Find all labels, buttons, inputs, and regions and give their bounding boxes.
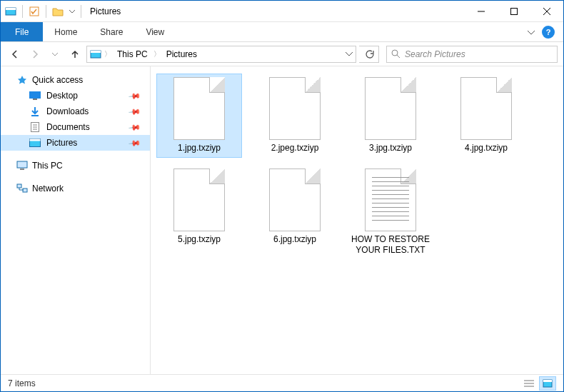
svg-rect-28 xyxy=(543,380,552,382)
this-pc-item[interactable]: This PC xyxy=(1,158,150,174)
pin-icon: 📌 xyxy=(128,121,141,134)
app-icon xyxy=(4,4,18,19)
svg-rect-1 xyxy=(6,8,16,10)
search-input[interactable] xyxy=(405,49,553,59)
help-icon[interactable]: ? xyxy=(542,26,555,39)
thumbnails-view-button[interactable] xyxy=(539,376,556,391)
svg-line-10 xyxy=(397,55,400,58)
blank-file-icon xyxy=(460,77,512,140)
recent-dropdown-icon[interactable] xyxy=(46,46,64,63)
explorer-window: Pictures File Home Share View ? 〉 This P… xyxy=(0,0,564,392)
quick-access-toolbar xyxy=(1,4,86,19)
address-dropdown-icon[interactable] xyxy=(346,51,353,58)
sidebar-item-label: Downloads xyxy=(46,106,89,116)
svg-rect-21 xyxy=(20,169,24,170)
desktop-icon xyxy=(29,90,41,101)
qat-separator xyxy=(22,5,23,18)
svg-rect-20 xyxy=(17,161,27,168)
file-item[interactable]: 2.jpeg.txziyp xyxy=(252,74,338,158)
blank-file-icon xyxy=(173,77,225,140)
back-button[interactable] xyxy=(6,46,24,63)
file-item[interactable]: 6.jpg.txziyp xyxy=(252,165,338,260)
quick-access-label: Quick access xyxy=(32,75,83,85)
qat-separator xyxy=(81,5,81,18)
tab-share[interactable]: Share xyxy=(89,22,134,41)
svg-rect-8 xyxy=(91,51,101,53)
tab-view[interactable]: View xyxy=(134,22,176,41)
maximize-button[interactable] xyxy=(498,1,530,22)
minimize-button[interactable] xyxy=(465,1,498,22)
body: Quick access Desktop📌Downloads📌Documents… xyxy=(1,66,563,374)
file-grid: 1.jpg.txziyp2.jpeg.txziyp3.jpg.txziyp4.j… xyxy=(156,74,558,260)
file-tab[interactable]: File xyxy=(1,22,43,41)
ribbon-expand-icon[interactable] xyxy=(528,29,535,36)
folder-icon[interactable] xyxy=(51,4,65,19)
network-icon xyxy=(16,183,28,194)
sidebar-item-downloads[interactable]: Downloads📌 xyxy=(1,104,150,119)
sidebar-item-desktop[interactable]: Desktop📌 xyxy=(1,88,150,104)
svg-rect-12 xyxy=(33,99,37,100)
downloads-icon xyxy=(29,106,41,117)
quick-access-header[interactable]: Quick access xyxy=(1,72,150,88)
properties-icon[interactable] xyxy=(27,4,41,19)
sidebar-item-label: Documents xyxy=(46,122,90,132)
nav-pane: Quick access Desktop📌Downloads📌Documents… xyxy=(1,66,151,374)
chevron-right-icon[interactable]: 〉 xyxy=(153,49,161,59)
tab-home[interactable]: Home xyxy=(43,22,89,41)
pin-icon: 📌 xyxy=(128,89,141,103)
qat-dropdown-icon[interactable] xyxy=(68,4,76,19)
file-item[interactable]: 5.jpg.txziyp xyxy=(156,165,242,260)
file-label: HOW TO RESTORE YOUR FILES.TXT xyxy=(351,234,430,256)
window-title: Pictures xyxy=(90,6,121,16)
forward-button[interactable] xyxy=(26,46,44,63)
sidebar-item-pictures[interactable]: Pictures📌 xyxy=(1,135,150,151)
documents-icon xyxy=(29,121,41,133)
svg-point-9 xyxy=(392,50,398,56)
star-icon xyxy=(16,74,28,86)
file-item[interactable]: HOW TO RESTORE YOUR FILES.TXT xyxy=(348,165,433,260)
computer-icon xyxy=(16,160,28,171)
this-pc-label: This PC xyxy=(32,161,63,171)
file-label: 5.jpg.txziyp xyxy=(178,234,221,246)
file-label: 1.jpg.txziyp xyxy=(178,143,221,154)
pin-icon: 📌 xyxy=(128,136,141,150)
file-label: 2.jpeg.txziyp xyxy=(271,143,319,154)
chevron-right-icon[interactable]: 〉 xyxy=(104,49,111,59)
close-button[interactable] xyxy=(530,1,563,22)
details-view-button[interactable] xyxy=(520,376,538,391)
blank-file-icon xyxy=(269,169,321,231)
svg-rect-4 xyxy=(511,8,518,14)
refresh-button[interactable] xyxy=(359,46,379,63)
address-bar[interactable]: 〉 This PC 〉 Pictures xyxy=(86,46,356,63)
network-item[interactable]: Network xyxy=(1,181,150,196)
up-button[interactable] xyxy=(66,46,84,63)
ribbon: File Home Share View ? xyxy=(1,22,563,42)
search-icon xyxy=(391,49,401,59)
qat-separator xyxy=(46,5,46,18)
svg-rect-22 xyxy=(17,184,21,188)
file-label: 4.jpg.txziyp xyxy=(465,143,508,154)
file-item[interactable]: 1.jpg.txziyp xyxy=(156,74,242,158)
pictures-icon xyxy=(90,49,101,60)
pin-icon: 📌 xyxy=(128,105,141,119)
svg-rect-11 xyxy=(29,91,41,99)
file-view[interactable]: 1.jpg.txziyp2.jpeg.txziyp3.jpg.txziyp4.j… xyxy=(151,66,563,374)
sidebar-item-documents[interactable]: Documents📌 xyxy=(1,119,150,135)
item-count: 7 items xyxy=(8,378,36,388)
file-label: 6.jpg.txziyp xyxy=(273,234,316,246)
file-label: 3.jpg.txziyp xyxy=(369,143,412,154)
svg-rect-19 xyxy=(30,139,41,141)
pictures-icon xyxy=(29,137,41,149)
status-bar: 7 items xyxy=(1,374,563,391)
file-item[interactable]: 3.jpg.txziyp xyxy=(348,74,433,158)
file-item[interactable]: 4.jpg.txziyp xyxy=(443,74,529,158)
nav-row: 〉 This PC 〉 Pictures xyxy=(1,42,563,66)
sidebar-item-label: Pictures xyxy=(46,138,77,148)
sidebar-item-label: Desktop xyxy=(46,91,78,101)
search-box[interactable] xyxy=(386,46,558,63)
network-label: Network xyxy=(32,184,64,194)
breadcrumb[interactable]: Pictures xyxy=(163,48,200,61)
blank-file-icon xyxy=(173,169,225,231)
title-bar: Pictures xyxy=(1,1,563,22)
breadcrumb[interactable]: This PC xyxy=(114,48,151,61)
